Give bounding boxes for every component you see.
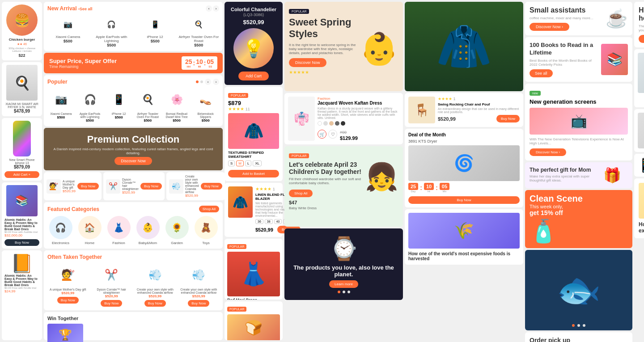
cat-babymom[interactable]: 👶 Baby&Mom: [135, 216, 161, 245]
size-l[interactable]: L: [245, 160, 251, 166]
hygiene-discover-button[interactable]: Discover Now ›: [639, 35, 644, 43]
childrens-title: Let's celebrate April 23 Children's Day …: [289, 161, 362, 175]
premium-discover-button[interactable]: Discover Now: [114, 157, 152, 165]
childrens-shop-all-button[interactable]: Shop All: [289, 190, 313, 197]
populer-next[interactable]: ›: [213, 79, 219, 85]
col7-harvest-panel: 🌾 How one of the world's most expensive …: [634, 178, 644, 238]
pop-bonsai-img: 🌸: [163, 89, 191, 111]
blazer-size-40: 40: [274, 219, 282, 224]
pop-camera-name: Xiaomi Camera: [47, 112, 75, 115]
pop-toaster: 🍳 Airfryer Toaster Oven For Roast $500: [134, 89, 161, 122]
shop-all-button[interactable]: Shop All: [199, 206, 219, 212]
cat-fashion[interactable]: 👗 Fashion: [106, 216, 132, 245]
populer-section: Populer ‹ › 📷 Xiaomi Camera $500 🎧 Apple…: [44, 75, 223, 126]
together-airflow2-buy[interactable]: Buy Now: [188, 300, 209, 307]
fridge-image: 🧊: [638, 53, 644, 93]
pop-camera: 📷 Xiaomi Camera $500: [47, 89, 75, 122]
hygiene-title: Hygiene in your home: [639, 6, 644, 22]
pop-slippers-price: $500: [192, 118, 219, 122]
childrens-price-row: $47 Baby Write Dress: [289, 200, 398, 210]
promo-airflow-buy[interactable]: Buy Now: [201, 183, 222, 190]
screens-desc: With The New Generation Televisions Expe…: [530, 137, 628, 145]
order-title: Order pick up: [530, 337, 605, 342]
together-mother-buy[interactable]: Buy Now: [57, 297, 79, 304]
cat-home-name: Home: [76, 241, 103, 245]
promo-mother-label: A unique Mother's Day gift: [63, 180, 76, 189]
sweatshirt-left: POPULAR $879 ★★★★ 11: [228, 90, 250, 111]
childrens-left: Let's celebrate April 23 Children's Day …: [289, 161, 362, 197]
cat-toys[interactable]: 🧸 Toys: [193, 216, 219, 245]
populer-prev[interactable]: ‹: [205, 79, 211, 85]
washer-panel: 🌀: [634, 109, 644, 152]
promo-dyson: ✂️ Dyson Corrale™ hair straightener $520…: [103, 172, 165, 200]
cat-babymom-name: Baby&Mom: [135, 241, 161, 245]
new-gen-screens-panel: new New generation screens 📺 With The Ne…: [525, 84, 632, 160]
promo-dyson-label: Dyson Corrale™ hair straightener: [122, 178, 139, 190]
iphone12-image: 📱: [135, 15, 176, 33]
win-image: 🏆: [47, 324, 83, 342]
childrens-desc: Fill their childhood wardrobe with our s…: [289, 177, 362, 185]
cat-home[interactable]: 🏠 Home: [76, 216, 103, 245]
size-xl[interactable]: XL: [253, 160, 262, 166]
kaftan-heart-button[interactable]: ♡: [328, 130, 337, 139]
next-arrow[interactable]: ›: [213, 5, 219, 12]
together-mother-img: 💇: [47, 264, 89, 286]
promo-mother-buy[interactable]: Buy Now: [77, 183, 99, 190]
together-airflow1-buy[interactable]: Buy Now: [144, 300, 166, 307]
premium-title: Premium Collection: [87, 134, 180, 145]
together-dyson-price: $520,99: [91, 294, 132, 298]
screens-title: New generation screens: [530, 98, 628, 105]
kaftan-price: $129.99: [340, 135, 358, 141]
gift-info: The perfect gift for Mom Make her day ex…: [530, 167, 593, 184]
deal-buy-button[interactable]: Buy Now: [408, 196, 520, 204]
column-7: Hygiene in your home The most suitable U…: [634, 2, 644, 340]
order-truck-icon: 🚚: [608, 339, 628, 342]
screens-discover-button[interactable]: Discover Now ›: [530, 148, 566, 156]
promo-airflow: 💨 Create your own style with enhanced Co…: [166, 172, 225, 200]
clean-subtitle: This week only,: [530, 204, 563, 209]
camera-name: Xiaomi Camera: [47, 35, 89, 39]
buy-now-button[interactable]: Buy Now: [4, 239, 39, 246]
phone-price: $879,09: [4, 165, 39, 169]
kaftan-desc: Kaftan dress in a sturdy jacquard weave …: [318, 107, 399, 119]
pop-phone-price: $500: [105, 115, 132, 119]
size-s[interactable]: S: [228, 160, 235, 166]
food-panel: 🍔 Chicken burger ★★ 46 300g chicken • ch…: [2, 2, 42, 60]
camera-price: $500: [47, 39, 89, 43]
pop-earphones-name: Apple EarPods with Lightning: [76, 112, 104, 118]
pop-slippers-name: Birkenstock Slippers: [192, 112, 219, 118]
gift-mom-panel: The perfect gift for Mom Make her day ex…: [525, 162, 632, 188]
column-4: POPULAR Sweet Spring Styles It is the ri…: [284, 2, 403, 340]
together-dyson-buy[interactable]: Buy Now: [101, 300, 122, 307]
pop-earphones-img: 🎧: [76, 89, 104, 111]
cat-electronics[interactable]: 🎧 Electronics: [47, 216, 74, 245]
size-m[interactable]: M: [236, 160, 244, 166]
cat-garden[interactable]: 🌻 Garden: [164, 216, 190, 245]
fashion-hero-banner: POPULAR Sweet Spring Styles It is the ri…: [284, 2, 403, 91]
add-to-basket-button[interactable]: Add to Basket: [228, 170, 279, 177]
chandelier-add-cart-button[interactable]: Add Cart: [238, 72, 269, 80]
promo-items: 💇 A unique Mother's Day gift $520,99 Buy…: [44, 172, 223, 200]
kaftan-wishlist-button[interactable]: 🛒: [318, 130, 326, 139]
together-dyson-label: Dyson Corrale™ hair straightener: [91, 288, 132, 294]
together-mother-price: $520,99: [47, 291, 89, 295]
promo-dyson-buy[interactable]: Buy Now: [140, 183, 162, 190]
cat-babymom-img: 👶: [136, 216, 160, 239]
books-see-all-button[interactable]: See all: [530, 69, 553, 77]
clean-discount: get 15% off: [530, 209, 563, 216]
assist-discover-button[interactable]: Discover Now ›: [530, 23, 569, 31]
fashion-discover-button[interactable]: Discover Now: [289, 58, 326, 67]
prev-arrow[interactable]: ‹: [206, 5, 212, 12]
rocking-buy-button[interactable]: Buy Now: [496, 115, 520, 122]
add-cart-button[interactable]: Add Cart +: [4, 171, 39, 178]
planet-learn-more-button[interactable]: Learn more: [329, 280, 358, 288]
pop-slippers: 👡 Birkenstock Slippers $500: [192, 89, 219, 122]
toaster-panel: POPULAR 🍞 Toaster, Ping and Rise $879: [225, 301, 283, 340]
featured-cats-header: Featured Categories Shop All: [47, 206, 219, 212]
childrens-image: 👧: [365, 161, 398, 197]
food-image: 🍔: [6, 4, 38, 36]
assist-title: Small assistants: [530, 6, 602, 14]
pop-bonsai-price: $500: [163, 118, 191, 122]
maxi-dress-panel: POPULAR 👗 Red Maxi Dress We listed garme…: [225, 239, 283, 300]
washer-image: 🌀: [638, 113, 644, 148]
